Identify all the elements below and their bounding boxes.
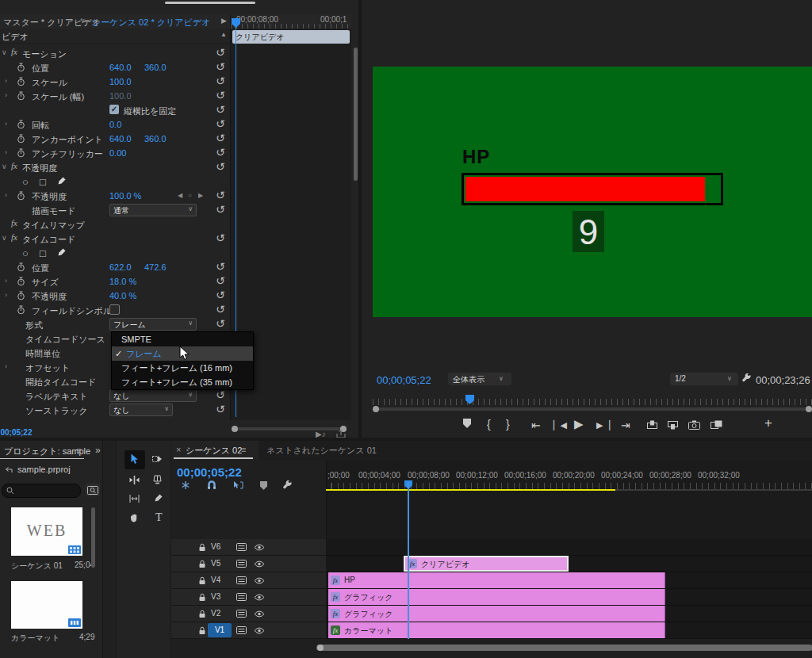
rect-mask-icon[interactable]: □ [40, 247, 46, 259]
selection-tool[interactable] [130, 453, 139, 466]
reset-icon[interactable]: ↺ [216, 89, 225, 101]
reset-icon[interactable]: ↺ [216, 160, 225, 173]
chevron-down-icon[interactable]: ∨ [2, 234, 7, 242]
step-back-icon[interactable]: ▏◀ [553, 420, 567, 430]
reset-icon[interactable]: ↺ [216, 60, 225, 73]
reset-icon[interactable]: ↺ [216, 260, 225, 273]
ec-row-motion[interactable]: ∨ fx モーション ↺ [0, 46, 230, 60]
position-x-value[interactable]: 640.0 [109, 63, 132, 72]
track-name[interactable]: V2 [211, 609, 220, 618]
chevron-right-icon[interactable]: › [5, 362, 7, 370]
chevron-right-icon[interactable]: › [5, 191, 7, 199]
clip-color-matte[interactable]: fx カラーマット [328, 622, 665, 638]
clip-graphic-2[interactable]: fx グラフィック [328, 606, 665, 622]
search-bin-button[interactable] [86, 484, 100, 496]
source-patch-icon[interactable] [236, 593, 247, 603]
ripple-edit-tool[interactable] [129, 476, 140, 486]
track-header-v2[interactable]: V2 [171, 606, 326, 622]
project-search-input[interactable] [2, 484, 81, 498]
collapse-section-icon[interactable]: ▲ [220, 31, 227, 38]
format-select[interactable]: フレーム∨ [109, 318, 197, 331]
ellipse-mask-icon[interactable]: ○ [22, 176, 29, 188]
pm-scroll-knob-left[interactable] [373, 406, 379, 412]
ec-top-scrollbar[interactable] [165, 2, 255, 4]
stopwatch-icon[interactable] [17, 148, 25, 159]
track-name[interactable]: V4 [211, 576, 220, 584]
track-name[interactable]: V5 [211, 559, 220, 568]
eye-icon[interactable] [254, 626, 265, 636]
add-marker-icon[interactable] [260, 481, 267, 490]
eye-icon[interactable] [254, 576, 265, 586]
anchor-x-value[interactable]: 640.0 [109, 134, 132, 143]
clip-clear-video-selected[interactable]: fx クリアビデオ [404, 556, 569, 572]
source-patch-icon[interactable] [236, 543, 247, 553]
timeline-playhead-line[interactable] [408, 482, 409, 639]
timeline-scroll-knob-left[interactable] [317, 645, 324, 651]
track-header-v5[interactable]: V5 [171, 556, 326, 572]
stopwatch-icon-active[interactable] [17, 191, 25, 202]
pen-mask-icon[interactable] [57, 247, 67, 258]
ec-show-timeline-icon[interactable]: ▶ [221, 17, 227, 25]
project-item-name[interactable]: カラーマット [11, 633, 59, 644]
stopwatch-icon[interactable] [17, 262, 25, 274]
chevron-down-icon[interactable]: ∨ [2, 163, 7, 170]
slip-tool[interactable] [129, 495, 140, 504]
panel-menu-icon[interactable]: ≡ [76, 446, 81, 455]
menu-item-feet35[interactable]: フィート+フレーム (35 mm) [112, 375, 253, 389]
nest-insert-icon[interactable] [181, 480, 190, 492]
chevron-right-icon[interactable]: › [5, 77, 7, 85]
step-forward-icon[interactable]: ▶▕ [596, 420, 610, 430]
stopwatch-icon[interactable] [17, 63, 25, 74]
position-y-value[interactable]: 360.0 [144, 63, 167, 72]
rotation-value[interactable]: 0.0 [109, 120, 121, 129]
track-name[interactable]: V3 [211, 592, 220, 601]
timeline-timecode[interactable]: 00;00;05;22 [177, 465, 242, 479]
snap-magnet-icon[interactable] [207, 480, 216, 492]
pm-scroll-knob-right[interactable] [806, 406, 812, 412]
reset-icon[interactable]: ↺ [216, 117, 225, 130]
tc-size-value[interactable]: 18.0 % [109, 277, 136, 286]
play-icon[interactable]: ▶ [574, 417, 584, 431]
project-item-thumbnail[interactable]: WEB [11, 507, 82, 556]
pen-mask-icon[interactable] [57, 176, 67, 187]
add-keyframe-icon[interactable]: ○ [188, 192, 192, 199]
pm-scrub-ruler[interactable] [373, 395, 812, 405]
lock-icon[interactable] [198, 560, 206, 570]
ec-master-tab[interactable]: マスター * クリアビデオ [3, 17, 101, 29]
reset-icon[interactable]: ↺ [216, 231, 225, 244]
chevron-right-icon[interactable]: › [5, 291, 7, 299]
reset-icon[interactable]: ↺ [216, 75, 225, 87]
menu-item-smpte[interactable]: SMPTE [112, 332, 253, 346]
lock-icon[interactable] [198, 543, 206, 553]
mark-out-icon[interactable]: } [506, 418, 510, 430]
track-header-v6[interactable]: V6 [171, 539, 326, 556]
track-name-selected[interactable]: V1 [208, 623, 232, 637]
timeline-ruler[interactable]: ;00;00 00;00;04;00 00;00;08;00 00;00;12;… [326, 461, 812, 490]
rect-mask-icon[interactable]: □ [40, 176, 46, 188]
program-video-frame[interactable]: HP 9 [373, 67, 812, 317]
stopwatch-icon[interactable] [17, 305, 25, 316]
project-item-thumbnail[interactable] [11, 581, 82, 629]
uniform-scale-checkbox[interactable]: ✓ [109, 105, 119, 114]
track-lane-v6[interactable] [326, 539, 812, 556]
chevron-down-icon[interactable]: ∨ [80, 17, 86, 25]
tc-position-x[interactable]: 622.0 [109, 262, 132, 272]
type-tool[interactable]: T [155, 511, 163, 524]
mark-in-icon[interactable]: { [487, 418, 491, 430]
lock-icon[interactable] [198, 593, 206, 603]
ec-bottom-timecode[interactable]: 00;00;05;22 [0, 428, 32, 437]
reset-icon[interactable]: ↺ [216, 103, 225, 116]
blend-mode-select[interactable]: 通常∨ [109, 204, 197, 216]
razor-tool[interactable] [153, 475, 162, 486]
pm-resolution-select[interactable]: 1/2 ∨ [670, 373, 738, 385]
eye-icon[interactable] [254, 543, 265, 553]
reset-icon[interactable]: ↺ [216, 317, 225, 330]
reset-icon[interactable]: ↺ [216, 146, 225, 159]
chevron-right-icon[interactable]: › [5, 277, 7, 285]
reset-icon[interactable]: ↺ [216, 203, 225, 216]
panel-menu-icon[interactable]: ≡ [241, 445, 246, 454]
track-name[interactable]: V6 [211, 542, 220, 551]
antiflicker-value[interactable]: 0.00 [109, 148, 126, 158]
prev-keyframe-icon[interactable]: ◀ [178, 192, 182, 199]
source-patch-icon[interactable] [236, 626, 247, 636]
